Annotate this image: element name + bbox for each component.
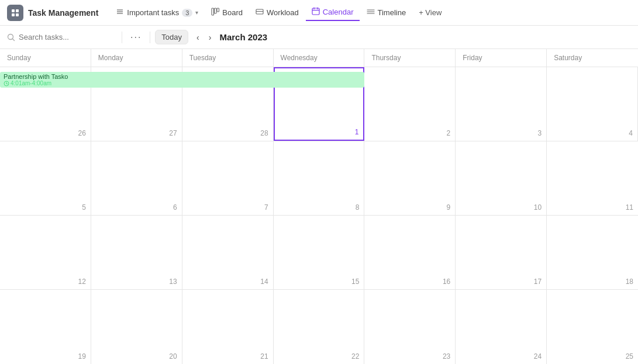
day-number: 22 [351,352,359,360]
day-number: 28 [260,129,268,137]
calendar-day-1-0[interactable]: 5 [0,141,91,215]
calendar-day-1-1[interactable]: 6 [91,141,182,215]
calendar-day-0-5[interactable]: 3 [456,67,547,141]
calendar-day-1-3[interactable]: 8 [274,141,365,215]
important-tasks-label: Important tasks [127,8,179,17]
calendar-week-2: 12131415161718 [0,216,638,290]
nav-arrows: ‹ › [193,32,215,43]
day-number: 17 [534,278,542,286]
calendar-day-2-5[interactable]: 17 [456,216,547,289]
day-header-saturday: Saturday [547,49,638,67]
day-number: 14 [260,278,268,286]
month-label: March 2023 [219,32,267,42]
calendar-day-2-0[interactable]: 12 [0,216,91,289]
calendar-label: Calendar [323,8,354,16]
day-header-monday: Monday [91,49,182,67]
calendar-day-3-5[interactable]: 24 [456,290,547,364]
calendar-body: 2627281234Partnership with Tasko 4:01am-… [0,67,638,364]
board-icon [211,8,219,18]
important-tasks-badge: 3 [182,9,192,17]
calendar-day-2-2[interactable]: 14 [182,216,274,289]
day-header-wednesday: Wednesday [274,49,365,67]
day-number: 3 [537,129,542,137]
important-tasks-icon [116,8,124,18]
calendar-week-1: 567891011 [0,141,638,216]
workload-icon [256,8,264,18]
day-number: 5 [82,203,86,212]
day-number: 24 [534,352,542,360]
day-number: 18 [626,278,633,286]
day-number: 4 [629,129,633,137]
day-number: 12 [78,278,85,286]
day-header-tuesday: Tuesday [182,49,274,67]
board-label: Board [222,8,243,17]
day-number: 19 [78,352,85,360]
search-icon [7,33,15,41]
svg-rect-0 [12,9,15,12]
day-number: 8 [356,203,360,212]
calendar-day-2-4[interactable]: 16 [364,216,456,289]
day-number: 27 [169,129,177,137]
day-number: 15 [351,278,359,286]
calendar-day-3-6[interactable]: 25 [547,290,638,364]
calendar-day-2-1[interactable]: 13 [91,216,182,289]
nav-item-timeline[interactable]: Timeline [361,5,412,20]
day-number: 10 [534,203,542,212]
calendar-week-3: 19202122232425 [0,290,638,364]
calendar-icon [312,7,320,17]
svg-line-20 [13,39,15,40]
svg-rect-8 [215,8,217,13]
next-month-button[interactable]: › [205,32,215,43]
day-number: 16 [443,278,450,286]
app-icon [7,5,23,21]
toolbar: ··· Today ‹ › March 2023 [0,26,638,49]
event-time: 4:01am-4:00am [4,80,361,86]
calendar-day-1-6[interactable]: 11 [547,141,638,215]
more-options-button[interactable]: ··· [127,31,145,44]
calendar-day-0-4[interactable]: 2 [364,67,456,141]
svg-rect-12 [312,8,319,15]
nav-items: Important tasks3▾BoardWorkloadCalendarTi… [110,4,412,21]
calendar-day-3-2[interactable]: 21 [182,290,274,364]
workload-label: Workload [267,8,299,17]
calendar-day-3-0[interactable]: 19 [0,290,91,364]
add-view-button[interactable]: + View [414,5,446,20]
svg-rect-7 [212,8,214,15]
event-title: Partnership with Tasko [4,73,361,80]
search-box[interactable] [7,33,117,41]
svg-rect-2 [12,13,15,16]
prev-month-button[interactable]: ‹ [193,32,203,43]
calendar-day-2-3[interactable]: 15 [274,216,365,289]
calendar-day-2-6[interactable]: 18 [547,216,638,289]
add-view-label: + View [419,8,442,17]
calendar-day-0-6[interactable]: 4 [547,67,638,141]
calendar-day-3-4[interactable]: 23 [364,290,456,364]
calendar: SundayMondayTuesdayWednesdayThursdayFrid… [0,49,638,364]
day-number: 13 [169,278,177,286]
calendar-day-3-3[interactable]: 22 [274,290,365,364]
day-header-thursday: Thursday [364,49,456,67]
nav-item-important-tasks[interactable]: Important tasks3▾ [110,5,204,20]
nav-item-workload[interactable]: Workload [250,5,305,20]
today-button[interactable]: Today [155,30,188,44]
calendar-day-1-5[interactable]: 10 [456,141,547,215]
calendar-day-1-4[interactable]: 9 [364,141,456,215]
svg-rect-9 [217,8,219,12]
day-number: 9 [447,203,451,212]
calendar-day-1-2[interactable]: 7 [182,141,274,215]
top-nav: Task Management Important tasks3▾BoardWo… [0,0,638,26]
badge-dropdown-arrow[interactable]: ▾ [195,9,198,16]
nav-item-calendar[interactable]: Calendar [306,4,360,21]
day-number: 1 [355,128,359,136]
nav-item-board[interactable]: Board [205,5,249,20]
timeline-label: Timeline [378,8,406,17]
svg-rect-1 [16,9,19,12]
search-input[interactable] [19,33,117,41]
day-header-sunday: Sunday [0,49,91,67]
day-number: 23 [443,352,450,360]
day-number: 25 [626,352,633,360]
calendar-day-3-1[interactable]: 20 [91,290,182,364]
event-bar[interactable]: Partnership with Tasko 4:01am-4:00am [0,72,364,88]
day-number: 20 [169,352,177,360]
timeline-icon [367,8,375,18]
